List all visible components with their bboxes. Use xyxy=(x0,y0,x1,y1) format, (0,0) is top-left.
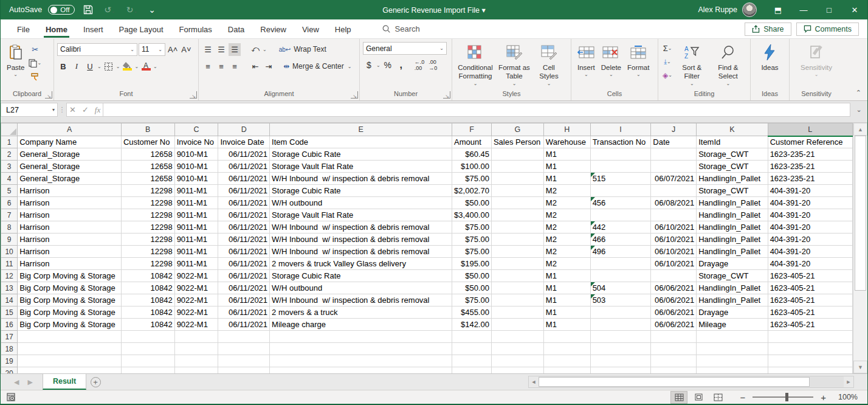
tab-insert[interactable]: Insert xyxy=(75,21,111,38)
cell-H16[interactable]: M1 xyxy=(543,319,590,331)
cell-I5[interactable] xyxy=(590,185,651,197)
cell-G12[interactable] xyxy=(491,270,543,282)
expand-formula-bar-icon[interactable]: ⌄ xyxy=(850,103,867,117)
comma-format-icon[interactable]: , xyxy=(395,59,407,72)
cell-B2[interactable]: 12658 xyxy=(121,148,174,161)
insert-function-icon[interactable]: fx xyxy=(95,105,100,115)
cell-J8[interactable]: 06/10/2021 xyxy=(651,221,697,234)
cell-B16[interactable]: 10842 xyxy=(121,319,174,331)
cell-D18[interactable] xyxy=(218,343,270,355)
cell-F10[interactable]: $75.00 xyxy=(452,246,492,258)
cell-I10[interactable]: 496 xyxy=(590,246,651,258)
cell-E5[interactable]: Storage Cubic Rate xyxy=(270,185,452,197)
cell-J3[interactable] xyxy=(651,161,697,173)
cell-K19[interactable] xyxy=(697,355,768,367)
cell-F9[interactable]: $75.00 xyxy=(452,234,492,246)
zoom-in-icon[interactable]: + xyxy=(818,392,828,403)
cell-L11[interactable]: 404-391-20 xyxy=(768,258,852,270)
close-button[interactable]: ✕ xyxy=(842,0,867,19)
save-icon[interactable] xyxy=(81,5,95,15)
horizontal-scrollbar[interactable]: ◄ ► xyxy=(528,376,854,388)
cell-C15[interactable]: 9022-M1 xyxy=(174,306,218,319)
cell-E18[interactable] xyxy=(270,343,452,355)
cell-F13[interactable]: $50.00 xyxy=(452,282,492,294)
increase-decimal-icon[interactable]: ←.0.00 xyxy=(413,59,426,72)
cell-I11[interactable] xyxy=(590,258,651,270)
cell-K13[interactable]: HandlingIn_Pallet xyxy=(697,282,768,294)
cell-H17[interactable] xyxy=(543,331,590,343)
cell-C16[interactable]: 9022-M1 xyxy=(174,319,218,331)
cell-L19[interactable] xyxy=(768,355,852,367)
cell-H8[interactable]: M2 xyxy=(543,221,590,234)
cell-H6[interactable]: M2 xyxy=(543,197,590,209)
cell-A10[interactable]: Harrison xyxy=(18,246,122,258)
bold-button[interactable]: B xyxy=(57,60,69,73)
cell-B4[interactable]: 12658 xyxy=(121,173,174,185)
row-header-18[interactable]: 18 xyxy=(1,343,18,355)
cell-D20[interactable] xyxy=(218,367,270,374)
cell-J17[interactable] xyxy=(651,331,697,343)
row-header-9[interactable]: 9 xyxy=(1,234,18,246)
cell-C6[interactable]: 9011-M1 xyxy=(174,197,218,209)
cell-K20[interactable] xyxy=(697,367,768,374)
cell-A19[interactable] xyxy=(18,355,122,367)
cell-J6[interactable]: 06/08/2021 xyxy=(651,197,697,209)
cell-J18[interactable] xyxy=(651,343,697,355)
cell-A9[interactable]: Harrison xyxy=(18,234,122,246)
decrease-decimal-icon[interactable]: .00→0 xyxy=(427,59,439,72)
vertical-scroll-thumb[interactable] xyxy=(855,136,866,291)
cell-F1[interactable]: Amount xyxy=(452,136,492,148)
cell-J1[interactable]: Date xyxy=(651,136,697,148)
page-layout-view-button[interactable] xyxy=(690,391,707,404)
cell-K12[interactable]: Storage_CWT xyxy=(697,270,768,282)
cell-B19[interactable] xyxy=(121,355,174,367)
cell-C9[interactable]: 9011-M1 xyxy=(174,234,218,246)
row-header-6[interactable]: 6 xyxy=(1,197,18,209)
tab-review[interactable]: Review xyxy=(252,21,294,38)
cell-J11[interactable]: 06/10/2021 xyxy=(651,258,697,270)
name-box[interactable]: L27▾ xyxy=(1,103,58,117)
cell-F14[interactable]: $75.00 xyxy=(452,294,492,306)
cell-A15[interactable]: Big Corp Moving & Storage xyxy=(18,306,122,319)
cell-H14[interactable]: M1 xyxy=(543,294,590,306)
cell-J13[interactable]: 06/06/2021 xyxy=(651,282,697,294)
row-header-7[interactable]: 7 xyxy=(1,209,18,221)
col-header-F[interactable]: F xyxy=(452,123,492,136)
cell-L12[interactable]: 1623-405-21 xyxy=(768,270,852,282)
cell-B13[interactable]: 10842 xyxy=(121,282,174,294)
align-center-icon[interactable]: ≡ xyxy=(215,60,227,73)
cell-G5[interactable] xyxy=(491,185,543,197)
cell-K1[interactable]: ItemId xyxy=(697,136,768,148)
cell-A14[interactable]: Big Corp Moving & Storage xyxy=(18,294,122,306)
cell-I6[interactable]: 456 xyxy=(590,197,651,209)
cell-B3[interactable]: 12658 xyxy=(121,161,174,173)
cell-J10[interactable]: 06/10/2021 xyxy=(651,246,697,258)
cell-C10[interactable]: 9011-M1 xyxy=(174,246,218,258)
font-size-select[interactable]: 11⌄ xyxy=(139,43,165,56)
col-header-D[interactable]: D xyxy=(218,123,270,136)
cell-L1[interactable]: Customer Reference xyxy=(768,136,852,148)
paste-button[interactable]: Paste⌄ xyxy=(4,41,27,79)
sheet-nav-right-icon[interactable]: ▶ xyxy=(27,378,32,386)
cell-J15[interactable]: 06/06/2021 xyxy=(651,306,697,319)
row-header-16[interactable]: 16 xyxy=(1,319,18,331)
italic-button[interactable]: I xyxy=(71,60,83,73)
cell-H12[interactable]: M1 xyxy=(543,270,590,282)
cell-E16[interactable]: Mileage charge xyxy=(270,319,452,331)
tab-file[interactable]: File xyxy=(9,21,38,38)
cell-A12[interactable]: Big Corp Moving & Storage xyxy=(18,270,122,282)
cell-L13[interactable]: 1623-405-21 xyxy=(768,282,852,294)
scroll-down-icon[interactable]: ▼ xyxy=(853,361,867,373)
cell-D4[interactable]: 06/11/2021 xyxy=(218,173,270,185)
increase-indent-icon[interactable]: ⇥ xyxy=(263,60,275,73)
cell-H9[interactable]: M2 xyxy=(543,234,590,246)
cell-E7[interactable]: Storage Vault Flat Rate xyxy=(270,209,452,221)
cell-A20[interactable] xyxy=(18,367,122,374)
cell-L14[interactable]: 1623-405-21 xyxy=(768,294,852,306)
cell-A17[interactable] xyxy=(18,331,122,343)
cell-B11[interactable]: 12298 xyxy=(121,258,174,270)
cell-F2[interactable]: $60.45 xyxy=(452,148,492,161)
cell-G14[interactable] xyxy=(491,294,543,306)
cell-B1[interactable]: Customer No xyxy=(121,136,174,148)
cell-H3[interactable]: M1 xyxy=(543,161,590,173)
